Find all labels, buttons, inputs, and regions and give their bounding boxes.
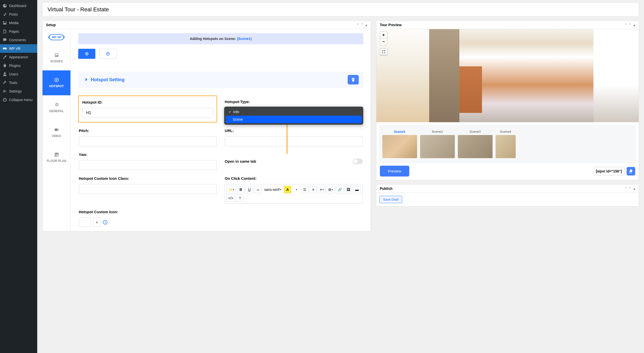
align-button[interactable]: ≡▾ xyxy=(318,186,326,193)
url-input[interactable] xyxy=(225,136,363,146)
save-draft-button[interactable]: Save Draft xyxy=(379,196,402,203)
underline-button[interactable]: U xyxy=(246,186,253,193)
help-button[interactable]: ? xyxy=(236,194,244,202)
icon-select-caret[interactable]: ▾ xyxy=(93,217,101,227)
ul-button[interactable]: ☰ xyxy=(301,186,308,193)
dropdown-option-scene[interactable]: Scene xyxy=(226,116,361,123)
video-icon xyxy=(54,127,59,132)
sidebar-label: Settings xyxy=(9,89,22,93)
icon-class-input[interactable] xyxy=(79,184,217,194)
banner-scene-link[interactable]: (Scene1) xyxy=(237,37,252,41)
hotspot-id-input[interactable] xyxy=(82,108,213,118)
label-url: URL: xyxy=(225,128,363,133)
chevron-down-icon[interactable]: ˅ xyxy=(629,187,631,191)
vr-icon xyxy=(3,46,7,51)
magic-button[interactable]: ✨▾ xyxy=(226,186,236,193)
image-button[interactable]: 🖼 xyxy=(345,186,352,193)
sidebar-item-settings[interactable]: Settings xyxy=(0,87,37,96)
publish-panel: Publish ˄ ˅ ▴ Save Draft xyxy=(376,184,639,206)
bold-button[interactable]: B xyxy=(237,186,245,193)
scene-thumb-3[interactable]: Scene3 xyxy=(458,130,493,158)
text-color-button[interactable]: A xyxy=(284,186,291,193)
zoom-in-button[interactable]: + xyxy=(380,32,387,38)
chevron-up-icon[interactable]: ˄ xyxy=(625,23,627,27)
tab-hotspot[interactable]: HOTSPOT xyxy=(43,70,70,95)
chevron-down-icon[interactable]: ˅ xyxy=(361,23,363,27)
sidebar-item-comments[interactable]: Comments xyxy=(0,36,37,44)
sidebar-item-dashboard[interactable]: Dashboard xyxy=(0,2,37,10)
tab-label: SCENES xyxy=(50,60,63,63)
zoom-out-button[interactable]: − xyxy=(380,38,387,45)
yaw-input[interactable] xyxy=(79,160,217,170)
sidebar-item-users[interactable]: Users xyxy=(0,70,37,78)
wrench-icon xyxy=(3,80,7,85)
label-on-click: On Click Content: xyxy=(225,176,363,181)
comment-icon xyxy=(3,38,7,42)
thumb-image xyxy=(458,135,493,158)
info-icon[interactable] xyxy=(103,220,107,225)
sidebar-item-plugins[interactable]: Plugins xyxy=(0,61,37,70)
tour-viewport[interactable]: + − xyxy=(376,29,639,122)
triangle-up-icon[interactable]: ▴ xyxy=(633,23,635,27)
sidebar-item-media[interactable]: Media xyxy=(0,19,37,27)
wpvr-logo-text: WP VR xyxy=(49,34,64,40)
shortcode-text: [wpvr id="156"] xyxy=(593,167,625,175)
sidebar-label: Dashboard xyxy=(9,4,26,8)
sidebar-item-wpvr[interactable]: WP VR xyxy=(0,44,37,53)
hotspot-id-highlighted: Hotspot ID: xyxy=(78,96,217,122)
tab-floor-plan[interactable]: FLOOR PLAN xyxy=(43,145,70,170)
ol-button[interactable]: ≡ xyxy=(309,186,317,193)
scene-thumb-4[interactable]: Scene4 xyxy=(496,130,516,158)
preview-button[interactable]: Preview xyxy=(380,166,409,176)
tab-label: FLOOR PLAN xyxy=(47,159,66,163)
font-label: sans-serif xyxy=(264,188,279,192)
label-custom-icon: Hotspot Custom Icon: xyxy=(79,210,217,214)
thumb-label: Scene3 xyxy=(458,130,493,134)
sidebar-label: Pages xyxy=(9,29,19,33)
sidebar-label: Users xyxy=(9,72,18,76)
sidebar-label: WP VR xyxy=(9,47,21,51)
label-hotspot-id: Hotspot ID: xyxy=(82,100,213,104)
tab-video[interactable]: VIDEO xyxy=(43,120,70,145)
color-caret[interactable]: ▾ xyxy=(292,186,300,193)
same-tab-toggle[interactable] xyxy=(353,159,363,164)
map-icon xyxy=(54,152,59,157)
tab-scenes[interactable]: SCENES xyxy=(43,46,70,70)
pitch-input[interactable] xyxy=(79,136,217,146)
sidebar-item-pages[interactable]: Pages xyxy=(0,27,37,36)
fullscreen-button[interactable] xyxy=(380,49,387,55)
pin-icon xyxy=(3,12,7,17)
sidebar-item-tools[interactable]: Tools xyxy=(0,78,37,87)
erase-button[interactable]: ▱ xyxy=(254,186,262,193)
sidebar-item-collapse[interactable]: Collapse menu xyxy=(0,96,37,104)
setup-tabs: WP VR SCENES HOTSPOT GENERAL xyxy=(43,29,71,231)
scene-thumb-1[interactable]: Scene1 xyxy=(382,130,417,158)
tab-general[interactable]: GENERAL xyxy=(43,95,70,120)
chevron-up-icon[interactable]: ˄ xyxy=(625,187,627,191)
triangle-up-icon[interactable]: ▴ xyxy=(633,187,635,191)
trash-icon xyxy=(351,77,355,82)
dropdown-option-info[interactable]: Info xyxy=(226,108,361,116)
chevron-down-icon[interactable]: ˅ xyxy=(629,23,631,27)
sidebar-label: Collapse menu xyxy=(9,98,32,102)
panel-title-publish: Publish xyxy=(380,187,393,191)
sidebar-item-posts[interactable]: Posts xyxy=(0,10,37,19)
current-hotspot-button[interactable] xyxy=(78,49,95,59)
icon-preview xyxy=(79,217,91,227)
richtext-toolbar: ✨▾ B U ▱ sans-serif ▾ A ▾ ☰ ≡ ≡▾ xyxy=(225,184,363,204)
link-button[interactable]: 🔗 xyxy=(336,186,344,193)
video-button[interactable]: ▬ xyxy=(353,186,361,193)
scene-thumb-2[interactable]: Scene2 xyxy=(420,130,455,158)
copy-shortcode-button[interactable] xyxy=(627,167,635,175)
delete-button[interactable] xyxy=(348,75,359,84)
chevron-up-icon[interactable]: ˄ xyxy=(357,23,359,27)
add-hotspot-button[interactable] xyxy=(99,49,116,59)
svg-point-3 xyxy=(86,53,88,55)
record-icon xyxy=(85,52,89,56)
font-family-select[interactable]: sans-serif ▾ xyxy=(263,186,283,193)
table-button[interactable]: ⊞▾ xyxy=(327,186,335,193)
sidebar-item-appearance[interactable]: Appearance xyxy=(0,53,37,61)
code-button[interactable]: </> xyxy=(226,194,235,202)
triangle-up-icon[interactable]: ▴ xyxy=(366,23,367,27)
panel-title-setup: Setup xyxy=(46,23,56,27)
